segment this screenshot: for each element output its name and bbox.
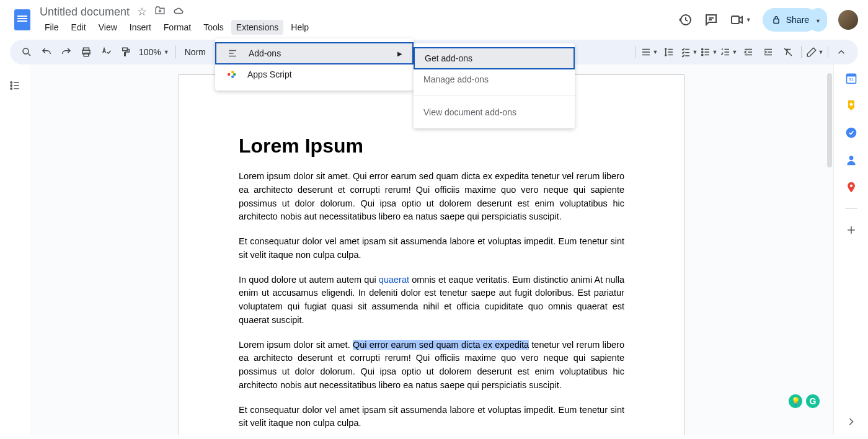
bulleted-list-icon[interactable]: ▼ xyxy=(699,43,718,61)
grammarly-widget[interactable]: 💡 G xyxy=(789,394,820,408)
svg-rect-15 xyxy=(846,74,856,76)
apps-script-icon xyxy=(225,69,237,80)
extensions-dropdown: Add-ons ▶ Apps Script xyxy=(215,38,414,91)
svg-point-19 xyxy=(849,156,853,160)
menu-item-view-document-addons[interactable]: View document add-ons xyxy=(414,101,575,123)
docs-home-icon[interactable] xyxy=(10,7,35,32)
redo-icon[interactable] xyxy=(57,43,76,61)
outline-toggle-icon[interactable] xyxy=(0,64,30,435)
menu-item-addons[interactable]: Add-ons ▶ xyxy=(215,42,414,64)
menu-item-get-addons[interactable]: Get add-ons xyxy=(414,47,575,69)
print-icon[interactable] xyxy=(77,43,95,61)
paragraph[interactable]: Et consequatur dolor vel amet ipsam sit … xyxy=(239,404,624,431)
star-icon[interactable]: ☆ xyxy=(137,5,147,19)
get-addons-icon[interactable] xyxy=(845,224,857,236)
zoom-select[interactable]: 100%▼ xyxy=(136,47,172,57)
menu-item-manage-addons[interactable]: Manage add-ons xyxy=(414,68,575,91)
contacts-icon[interactable] xyxy=(845,154,857,166)
collapse-side-panel-icon[interactable] xyxy=(845,415,857,428)
menu-edit[interactable]: Edit xyxy=(66,20,91,35)
svg-point-3 xyxy=(23,48,29,54)
history-icon[interactable] xyxy=(678,12,693,27)
addons-icon xyxy=(226,48,239,59)
align-icon[interactable]: ▼ xyxy=(640,43,658,61)
undo-icon[interactable] xyxy=(37,43,56,61)
calendar-icon[interactable]: 31 xyxy=(845,72,857,84)
menu-separator xyxy=(414,95,575,96)
editing-mode-icon[interactable]: ▼ xyxy=(805,43,824,61)
clear-formatting-icon[interactable] xyxy=(779,43,797,61)
paragraph[interactable]: In quod dolore ut autem autem qui quaera… xyxy=(239,273,624,327)
svg-text:31: 31 xyxy=(848,77,853,82)
menu-view[interactable]: View xyxy=(94,20,122,35)
page[interactable]: Lorem Ipsum Lorem ipsum dolor sit amet. … xyxy=(179,74,684,435)
numbered-list-icon[interactable]: ▼ xyxy=(719,43,738,61)
selected-text[interactable]: Qui error earum sed quam dicta ex expedi… xyxy=(353,340,529,350)
side-panel: 31 xyxy=(833,64,868,435)
svg-point-8 xyxy=(701,48,702,50)
comments-icon[interactable] xyxy=(704,12,719,27)
svg-rect-2 xyxy=(774,19,779,24)
menu-file[interactable]: File xyxy=(40,20,64,35)
svg-point-24 xyxy=(233,73,236,76)
svg-rect-1 xyxy=(732,16,739,24)
grammarly-hint-icon[interactable]: 💡 xyxy=(789,394,802,408)
menubar: File Edit View Insert Format Tools Exten… xyxy=(40,20,678,35)
link[interactable]: quaerat xyxy=(379,275,409,285)
search-icon[interactable] xyxy=(17,43,36,61)
addons-submenu: Get add-ons Manage add-ons View document… xyxy=(414,43,575,128)
paragraph[interactable]: Et consequatur dolor vel amet ipsam sit … xyxy=(239,235,624,262)
checklist-icon[interactable]: ▼ xyxy=(680,43,698,61)
meet-icon[interactable]: ▼ xyxy=(730,12,751,27)
svg-point-23 xyxy=(231,76,234,79)
spellcheck-icon[interactable] xyxy=(97,43,115,61)
menu-format[interactable]: Format xyxy=(159,20,196,35)
share-dropdown-button[interactable]: ▼ xyxy=(809,8,827,32)
svg-point-13 xyxy=(11,88,12,90)
move-icon[interactable] xyxy=(154,5,166,19)
svg-point-12 xyxy=(11,85,12,87)
maps-icon[interactable] xyxy=(845,181,857,193)
share-label: Share xyxy=(786,15,809,25)
svg-point-21 xyxy=(228,73,231,76)
menu-tools[interactable]: Tools xyxy=(198,20,229,35)
menu-item-apps-script[interactable]: Apps Script xyxy=(215,63,414,86)
document-title[interactable]: Untitled document xyxy=(40,6,130,19)
account-avatar[interactable] xyxy=(838,10,858,30)
svg-point-9 xyxy=(701,51,702,53)
menu-help[interactable]: Help xyxy=(286,20,314,35)
submenu-arrow-icon: ▶ xyxy=(397,50,402,57)
menu-insert[interactable]: Insert xyxy=(125,20,156,35)
decrease-indent-icon[interactable] xyxy=(739,43,758,61)
grammarly-logo-icon[interactable]: G xyxy=(806,394,820,408)
increase-indent-icon[interactable] xyxy=(759,43,777,61)
tasks-icon[interactable] xyxy=(845,126,857,139)
paragraph[interactable]: Lorem ipsum dolor sit amet. Qui error ea… xyxy=(239,170,624,224)
svg-point-10 xyxy=(701,54,702,55)
svg-point-22 xyxy=(231,71,234,74)
svg-rect-7 xyxy=(123,48,128,51)
line-spacing-icon[interactable] xyxy=(660,43,678,61)
svg-point-17 xyxy=(849,103,852,106)
document-heading[interactable]: Lorem Ipsum xyxy=(239,135,624,157)
svg-point-11 xyxy=(11,82,12,84)
keep-icon[interactable] xyxy=(845,99,857,112)
scrollbar-thumb[interactable] xyxy=(827,73,832,167)
paragraph[interactable]: Lorem ipsum dolor sit amet. Qui error ea… xyxy=(239,339,624,392)
collapse-toolbar-icon[interactable] xyxy=(832,43,851,61)
menu-extensions[interactable]: Extensions xyxy=(231,20,283,35)
paint-format-icon[interactable] xyxy=(117,43,135,61)
cloud-status-icon[interactable] xyxy=(173,5,184,19)
svg-point-20 xyxy=(849,184,852,187)
svg-point-18 xyxy=(846,128,856,138)
